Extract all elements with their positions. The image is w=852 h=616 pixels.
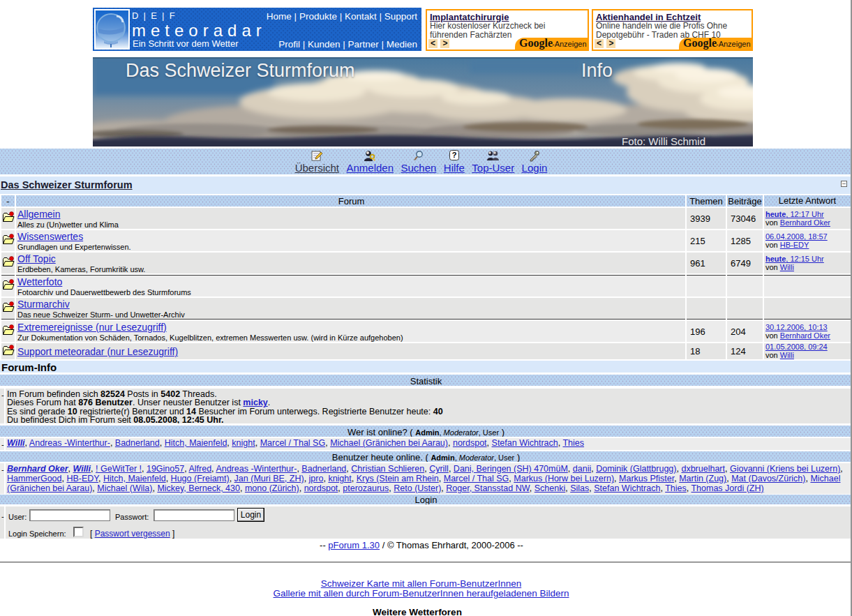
svg-text:?: ? — [451, 151, 456, 159]
